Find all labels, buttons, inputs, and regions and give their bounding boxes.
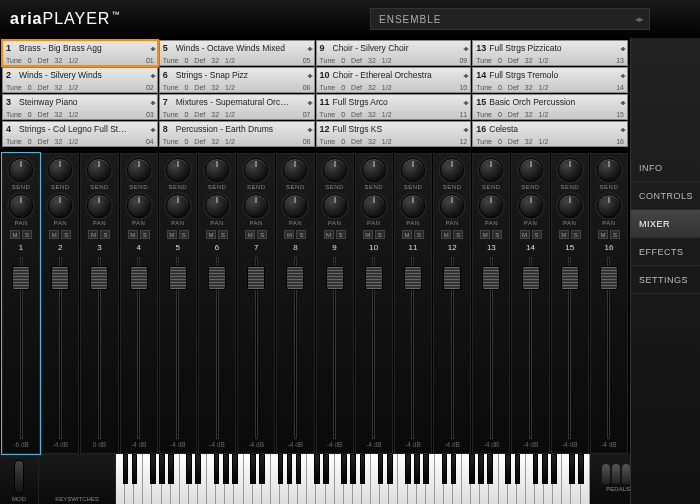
slot-prev-next-icon[interactable]: ◂▸ xyxy=(307,71,311,80)
pan-knob[interactable] xyxy=(362,194,386,218)
mute-button[interactable]: M xyxy=(480,230,490,239)
solo-button[interactable]: S xyxy=(571,230,581,239)
fader-handle[interactable] xyxy=(208,266,226,290)
solo-button[interactable]: S xyxy=(257,230,267,239)
black-key[interactable] xyxy=(287,454,293,484)
send-knob[interactable] xyxy=(597,158,621,182)
solo-button[interactable]: S xyxy=(336,230,346,239)
fader-handle[interactable] xyxy=(326,266,344,290)
slot-prev-next-icon[interactable]: ◂▸ xyxy=(620,98,624,107)
send-knob[interactable] xyxy=(362,158,386,182)
send-knob[interactable] xyxy=(9,158,33,182)
pedal-icon[interactable] xyxy=(602,464,610,484)
pan-knob[interactable] xyxy=(48,194,72,218)
black-key[interactable] xyxy=(214,454,220,484)
send-knob[interactable] xyxy=(87,158,111,182)
mute-button[interactable]: M xyxy=(402,230,412,239)
tab-mixer[interactable]: MIXER xyxy=(631,210,700,238)
slot-prev-next-icon[interactable]: ◂▸ xyxy=(150,98,154,107)
mute-button[interactable]: M xyxy=(206,230,216,239)
solo-button[interactable]: S xyxy=(532,230,542,239)
black-key[interactable] xyxy=(469,454,475,484)
tab-controls[interactable]: CONTROLS xyxy=(631,182,700,210)
black-key[interactable] xyxy=(168,454,174,484)
send-knob[interactable] xyxy=(440,158,464,182)
black-key[interactable] xyxy=(378,454,384,484)
pan-knob[interactable] xyxy=(87,194,111,218)
black-key[interactable] xyxy=(387,454,393,484)
tab-settings[interactable]: SETTINGS xyxy=(631,266,700,294)
instrument-slot[interactable]: 12Full Strgs KS◂▸Tune0Def321/212 xyxy=(316,121,472,147)
slot-prev-next-icon[interactable]: ◂▸ xyxy=(150,71,154,80)
fader-handle[interactable] xyxy=(482,266,500,290)
black-key[interactable] xyxy=(323,454,329,484)
pedal-icon[interactable] xyxy=(612,464,620,484)
send-knob[interactable] xyxy=(283,158,307,182)
instrument-slot[interactable]: 4Strings - Col Legno Full St…◂▸Tune0Def3… xyxy=(2,121,158,147)
black-key[interactable] xyxy=(159,454,165,484)
black-key[interactable] xyxy=(551,454,557,484)
send-knob[interactable] xyxy=(519,158,543,182)
instrument-slot[interactable]: 13Full Strgs Pizzicato◂▸Tune0Def321/213 xyxy=(472,40,628,66)
mute-button[interactable]: M xyxy=(167,230,177,239)
mute-button[interactable]: M xyxy=(10,230,20,239)
slot-prev-next-icon[interactable]: ◂▸ xyxy=(463,44,467,53)
instrument-slot[interactable]: 1Brass - Big Brass Agg◂▸Tune0Def321/201 xyxy=(2,40,158,66)
black-key[interactable] xyxy=(515,454,521,484)
black-key[interactable] xyxy=(186,454,192,484)
instrument-slot[interactable]: 6Strings - Snap Pizz◂▸Tune0Def321/206 xyxy=(159,67,315,93)
preset-prev-next-icon[interactable]: ◂▸ xyxy=(635,14,643,24)
solo-button[interactable]: S xyxy=(218,230,228,239)
send-knob[interactable] xyxy=(401,158,425,182)
black-key[interactable] xyxy=(487,454,493,484)
black-key[interactable] xyxy=(578,454,584,484)
mute-button[interactable]: M xyxy=(284,230,294,239)
instrument-slot[interactable]: 15Basic Orch Percussion◂▸Tune0Def321/215 xyxy=(472,94,628,120)
pedal-icon[interactable] xyxy=(622,464,630,484)
pan-knob[interactable] xyxy=(166,194,190,218)
solo-button[interactable]: S xyxy=(375,230,385,239)
mute-button[interactable]: M xyxy=(49,230,59,239)
solo-button[interactable]: S xyxy=(610,230,620,239)
pan-knob[interactable] xyxy=(283,194,307,218)
black-key[interactable] xyxy=(451,454,457,484)
pan-knob[interactable] xyxy=(401,194,425,218)
fader-handle[interactable] xyxy=(51,266,69,290)
fader-handle[interactable] xyxy=(443,266,461,290)
black-key[interactable] xyxy=(542,454,548,484)
fader-handle[interactable] xyxy=(286,266,304,290)
black-key[interactable] xyxy=(132,454,138,484)
black-key[interactable] xyxy=(123,454,129,484)
virtual-keyboard[interactable] xyxy=(116,454,590,504)
pan-knob[interactable] xyxy=(9,194,33,218)
slot-prev-next-icon[interactable]: ◂▸ xyxy=(620,44,624,53)
pan-knob[interactable] xyxy=(244,194,268,218)
black-key[interactable] xyxy=(232,454,238,484)
black-key[interactable] xyxy=(360,454,366,484)
black-key[interactable] xyxy=(569,454,575,484)
tab-effects[interactable]: EFFECTS xyxy=(631,238,700,266)
black-key[interactable] xyxy=(195,454,201,484)
pan-knob[interactable] xyxy=(519,194,543,218)
slot-prev-next-icon[interactable]: ◂▸ xyxy=(150,125,154,134)
pan-knob[interactable] xyxy=(323,194,347,218)
black-key[interactable] xyxy=(423,454,429,484)
instrument-slot[interactable]: 3Steinway Piano◂▸Tune0Def321/203 xyxy=(2,94,158,120)
send-knob[interactable] xyxy=(48,158,72,182)
black-key[interactable] xyxy=(296,454,302,484)
black-key[interactable] xyxy=(250,454,256,484)
instrument-slot[interactable]: 10Choir - Ethereal Orchestra◂▸Tune0Def32… xyxy=(316,67,472,93)
fader-handle[interactable] xyxy=(247,266,265,290)
slot-prev-next-icon[interactable]: ◂▸ xyxy=(307,125,311,134)
pan-knob[interactable] xyxy=(558,194,582,218)
solo-button[interactable]: S xyxy=(414,230,424,239)
black-key[interactable] xyxy=(314,454,320,484)
preset-selector[interactable]: ENSEMBLE ◂▸ xyxy=(370,8,650,30)
send-knob[interactable] xyxy=(127,158,151,182)
black-key[interactable] xyxy=(150,454,156,484)
pan-knob[interactable] xyxy=(440,194,464,218)
send-knob[interactable] xyxy=(323,158,347,182)
black-key[interactable] xyxy=(442,454,448,484)
mute-button[interactable]: M xyxy=(520,230,530,239)
fader-handle[interactable] xyxy=(561,266,579,290)
